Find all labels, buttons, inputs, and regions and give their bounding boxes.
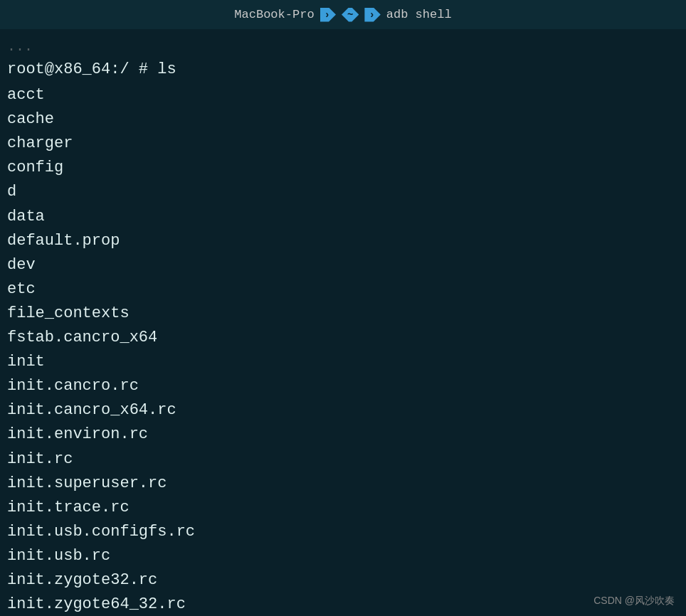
list-item: d xyxy=(7,180,679,204)
title-command-label: adb shell xyxy=(386,8,452,21)
list-item: dev xyxy=(7,253,679,277)
list-item: fstab.cancro_x64 xyxy=(7,326,679,350)
list-item: charger xyxy=(7,132,679,156)
list-item: init xyxy=(7,350,679,374)
hostname-label: MacBook-Pro xyxy=(234,8,314,21)
list-item: init.zygote64_32.rc xyxy=(7,593,679,616)
prompt-line: root@x86_64:/ # ls xyxy=(7,58,679,82)
list-item: init.cancro.rc xyxy=(7,374,679,398)
title-bar: MacBook-Pro › ~ › adb shell xyxy=(0,0,686,30)
list-item: init.usb.configfs.rc xyxy=(7,520,679,544)
list-item: config xyxy=(7,156,679,180)
list-item: init.environ.rc xyxy=(7,423,679,447)
watermark: CSDN @风沙吹奏 xyxy=(593,595,675,607)
list-item: init.zygote32.rc xyxy=(7,568,679,593)
list-item: init.cancro_x64.rc xyxy=(7,398,679,423)
list-item: init.superuser.rc xyxy=(7,472,679,496)
arrow-icon-2: › xyxy=(364,8,380,22)
terminal-body[interactable]: ... root@x86_64:/ # ls acctcachechargerc… xyxy=(0,30,686,616)
list-item: etc xyxy=(7,277,679,302)
title-bar-content: MacBook-Pro › ~ › adb shell xyxy=(234,8,451,22)
terminal-window: MacBook-Pro › ~ › adb shell ... root@x86… xyxy=(0,0,686,616)
list-item: cache xyxy=(7,107,679,132)
arrow-icon: › xyxy=(320,8,336,22)
partial-output: ... xyxy=(7,36,679,58)
list-item: init.usb.rc xyxy=(7,544,679,568)
list-item: data xyxy=(7,205,679,229)
list-item: acct xyxy=(7,83,679,107)
list-item: init.rc xyxy=(7,447,679,472)
arrow-shape: › xyxy=(320,8,336,22)
file-list: acctcachechargerconfigddatadefault.propd… xyxy=(7,83,679,616)
list-item: init.trace.rc xyxy=(7,496,679,520)
tilde-badge: ~ xyxy=(342,8,359,22)
list-item: file_contexts xyxy=(7,302,679,326)
arrow-shape-2: › xyxy=(364,8,380,22)
list-item: default.prop xyxy=(7,229,679,253)
